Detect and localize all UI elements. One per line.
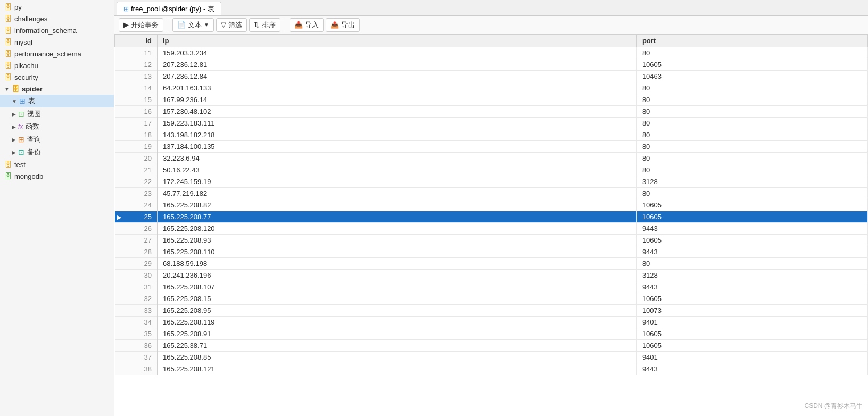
export-button[interactable]: 📤 导出 xyxy=(326,18,360,32)
cell-id: 29 xyxy=(115,258,158,270)
col-ip-header[interactable]: ip xyxy=(158,35,637,47)
cell-ip: 167.99.236.14 xyxy=(158,94,637,106)
sidebar-item-pikachu[interactable]: 🗄 pikachu xyxy=(0,60,114,71)
table-row[interactable]: 18143.198.182.21880 xyxy=(115,129,868,141)
table-row[interactable]: 2150.16.22.4380 xyxy=(115,164,868,176)
sidebar-label-func: 函数 xyxy=(26,122,39,131)
cell-id: 28 xyxy=(115,246,158,258)
cell-id: 35 xyxy=(115,328,158,340)
cell-ip: 165.225.208.93 xyxy=(158,235,637,246)
cell-id: ▶25 xyxy=(115,211,158,223)
cell-port: 9401 xyxy=(636,317,867,328)
text-button[interactable]: 📄 文本 ▼ xyxy=(172,18,214,32)
sidebar-item-performance-schema[interactable]: 🗄 performance_schema xyxy=(0,48,114,60)
cell-ip: 159.203.3.234 xyxy=(158,47,637,59)
table-row[interactable]: 34165.225.208.1199401 xyxy=(115,317,868,328)
tab-free-pool[interactable]: ⊞ free_pool @spider (py) - 表 xyxy=(117,2,221,15)
table-row[interactable]: 31165.225.208.1079443 xyxy=(115,281,868,293)
sidebar-item-backup[interactable]: ▶ ⊡ 备份 xyxy=(0,146,114,159)
table-row[interactable]: 12207.236.12.8110605 xyxy=(115,59,868,71)
import-label: 导入 xyxy=(305,20,319,30)
table-area[interactable]: id ip port 11159.203.3.2348012207.236.12… xyxy=(114,34,868,416)
cell-port: 80 xyxy=(636,188,867,199)
sidebar-item-table[interactable]: ▼ ⊞ 表 xyxy=(0,95,114,107)
table-row[interactable]: 13207.236.12.8410463 xyxy=(115,71,868,82)
cell-ip: 165.225.208.82 xyxy=(158,199,637,211)
cell-port: 80 xyxy=(636,118,867,129)
table-row[interactable]: 2032.223.6.9480 xyxy=(115,153,868,164)
sidebar-item-query[interactable]: ▶ ⊞ 查询 xyxy=(0,133,114,146)
cell-id: 19 xyxy=(115,141,158,153)
view-icon: ⊡ xyxy=(18,110,24,118)
export-icon: 📤 xyxy=(330,21,339,29)
table-row[interactable]: 28165.225.208.1109443 xyxy=(115,246,868,258)
cell-ip: 165.225.208.91 xyxy=(158,328,637,340)
table-row[interactable]: 27165.225.208.9310605 xyxy=(115,235,868,246)
cell-id: 26 xyxy=(115,223,158,235)
table-row[interactable]: ▶25165.225.208.7710605 xyxy=(115,211,868,223)
table-row[interactable]: 3020.241.236.1963128 xyxy=(115,270,868,281)
tab-table-icon: ⊞ xyxy=(123,5,129,13)
table-row[interactable]: 19137.184.100.13580 xyxy=(115,141,868,153)
sidebar-item-challenges[interactable]: 🗄 challenges xyxy=(0,13,114,24)
text-dropdown-icon: ▼ xyxy=(204,22,209,28)
sidebar-item-test[interactable]: 🗄 test xyxy=(0,159,114,170)
sidebar-item-mongodb[interactable]: 🗄 mongodb xyxy=(0,170,114,182)
table-row[interactable]: 15167.99.236.1480 xyxy=(115,94,868,106)
cell-port: 80 xyxy=(636,82,867,94)
db-icon-mongodb: 🗄 xyxy=(4,172,12,180)
toolbar: ▶ 开始事务 📄 文本 ▼ ▽ 筛选 ⇅ 排序 📥 导入 📤 导出 xyxy=(114,16,868,34)
sidebar-label-information-schema: information_schema xyxy=(14,27,77,35)
sidebar-item-information-schema[interactable]: 🗄 information_schema xyxy=(0,24,114,36)
sort-button[interactable]: ⇅ 排序 xyxy=(249,18,280,32)
tab-bar: ⊞ free_pool @spider (py) - 表 xyxy=(114,0,868,16)
table-row[interactable]: 11159.203.3.23480 xyxy=(115,47,868,59)
data-table: id ip port 11159.203.3.2348012207.236.12… xyxy=(114,34,868,375)
table-row[interactable]: 1464.201.163.13380 xyxy=(115,82,868,94)
cell-port: 10605 xyxy=(636,59,867,71)
cell-port: 10605 xyxy=(636,328,867,340)
cell-ip: 207.236.12.84 xyxy=(158,71,637,82)
table-row[interactable]: 2345.77.219.18280 xyxy=(115,188,868,199)
sidebar-item-spider[interactable]: ▼ 🗄 spider xyxy=(0,83,114,95)
export-label: 导出 xyxy=(341,20,355,30)
cell-id: 33 xyxy=(115,305,158,317)
sidebar-label-security: security xyxy=(14,73,38,81)
sidebar-item-view[interactable]: ▶ ⊡ 视图 xyxy=(0,107,114,120)
table-row[interactable]: 37165.225.208.859401 xyxy=(115,352,868,363)
sidebar-item-func[interactable]: ▶ fx 函数 xyxy=(0,120,114,133)
cell-port: 80 xyxy=(636,129,867,141)
table-row[interactable]: 26165.225.208.1209443 xyxy=(115,223,868,235)
sidebar-item-mysql[interactable]: 🗄 mysql xyxy=(0,36,114,48)
cell-id: 21 xyxy=(115,164,158,176)
expand-arrow-table: ▼ xyxy=(12,98,17,104)
expand-arrow-func: ▶ xyxy=(12,124,16,130)
table-row[interactable]: 38165.225.208.1219443 xyxy=(115,363,868,375)
import-button[interactable]: 📥 导入 xyxy=(290,18,324,32)
table-row[interactable]: 17159.223.183.11180 xyxy=(115,118,868,129)
table-row[interactable]: 2968.188.59.19880 xyxy=(115,258,868,270)
cell-ip: 165.225.208.121 xyxy=(158,363,637,375)
filter-button[interactable]: ▽ 筛选 xyxy=(216,18,247,32)
db-icon: 🗄 xyxy=(4,61,12,70)
table-row[interactable]: 24165.225.208.8210605 xyxy=(115,199,868,211)
sidebar-label-mongodb: mongodb xyxy=(14,172,43,180)
sidebar-item-py[interactable]: 🗄 py xyxy=(0,1,114,13)
cell-port: 10605 xyxy=(636,340,867,352)
cell-id: 22 xyxy=(115,176,158,188)
cell-id: 31 xyxy=(115,281,158,293)
table-row[interactable]: 33165.225.208.9510073 xyxy=(115,305,868,317)
table-row[interactable]: 36165.225.38.7110605 xyxy=(115,340,868,352)
table-row[interactable]: 32165.225.208.1510605 xyxy=(115,293,868,305)
table-row[interactable]: 35165.225.208.9110605 xyxy=(115,328,868,340)
col-id-header[interactable]: id xyxy=(115,35,158,47)
start-transaction-button[interactable]: ▶ 开始事务 xyxy=(119,18,163,32)
table-row[interactable]: 22172.245.159.193128 xyxy=(115,176,868,188)
table-row[interactable]: 16157.230.48.10280 xyxy=(115,106,868,118)
sidebar-label-py: py xyxy=(14,3,22,11)
cell-ip: 207.236.12.81 xyxy=(158,59,637,71)
col-port-header[interactable]: port xyxy=(636,35,867,47)
cell-ip: 165.225.208.110 xyxy=(158,246,637,258)
cell-port: 9401 xyxy=(636,352,867,363)
sidebar-item-security[interactable]: 🗄 security xyxy=(0,71,114,83)
